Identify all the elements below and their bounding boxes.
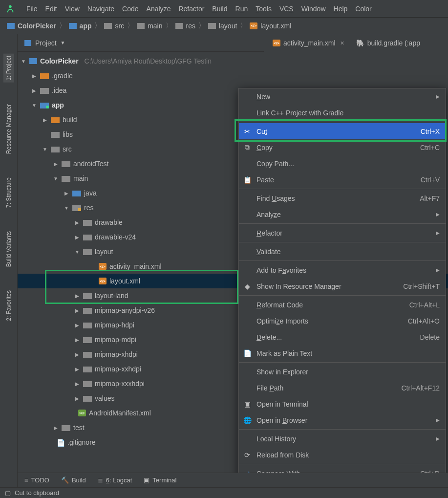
folder-icon — [104, 23, 112, 29]
svg-point-0 — [9, 5, 12, 8]
menu-edit[interactable]: Edit — [42, 3, 61, 15]
rail-favorites[interactable]: 2: Favorites — [3, 288, 14, 323]
svg-rect-2 — [40, 88, 49, 94]
menu-file[interactable]: File — [22, 3, 42, 15]
folder-icon — [83, 219, 92, 226]
folder-icon — [62, 160, 70, 167]
cm-find-usages[interactable]: Find UsagesAlt+F7 — [239, 190, 446, 206]
svg-rect-18 — [83, 323, 92, 328]
menu-tools[interactable]: Tools — [252, 3, 276, 15]
folder-icon — [51, 116, 60, 123]
tree-gradle[interactable]: .gradle — [18, 68, 448, 83]
svg-rect-10 — [72, 191, 81, 196]
bottom-terminal[interactable]: ▣Terminal — [144, 476, 176, 484]
svg-rect-12 — [78, 208, 81, 211]
bottom-todo[interactable]: ≡TODO — [24, 476, 49, 484]
cm-paste[interactable]: 📋PasteCtrl+V — [239, 172, 446, 188]
bottom-toolbar: ≡TODO 🔨Build ≣6: Logcat ▣Terminal — [18, 473, 448, 487]
crumb-file[interactable]: </>layout.xml — [250, 22, 291, 30]
folder-icon — [83, 322, 92, 328]
svg-rect-1 — [40, 73, 49, 79]
svg-rect-6 — [51, 132, 60, 138]
cm-delete[interactable]: Delete...Delete — [239, 329, 446, 345]
cm-link-cpp[interactable]: Link C++ Project with Gradle — [239, 105, 446, 121]
folder-icon — [137, 23, 145, 29]
cm-add-favorites[interactable]: Add to Favorites▶ — [239, 262, 446, 278]
menu-code[interactable]: Code — [118, 3, 142, 15]
chevron-right-icon: 〉 — [166, 22, 172, 30]
svg-rect-21 — [83, 367, 92, 372]
folder-icon — [62, 424, 70, 431]
cm-mark-plain[interactable]: 📄Mark as Plain Text — [239, 345, 446, 361]
cm-show-explorer[interactable]: Show in Explorer — [239, 364, 446, 380]
rail-structure[interactable]: 7: Structure — [3, 175, 14, 210]
project-panel-title[interactable]: Project ▼ — [24, 39, 65, 47]
cm-open-terminal[interactable]: ▣Open in Terminal — [239, 396, 446, 412]
menu-analyze[interactable]: Analyze — [143, 3, 175, 15]
cm-optimize[interactable]: Optimize ImportsCtrl+Alt+O — [239, 313, 446, 329]
cm-validate[interactable]: Validate — [239, 243, 446, 260]
menu-refactor[interactable]: Refactor — [174, 3, 208, 15]
cm-local-history[interactable]: Local History▶ — [239, 431, 446, 447]
tab-build-gradle[interactable]: 🐘build.gradle (:app — [352, 37, 424, 49]
chevron-right-icon: 〉 — [94, 22, 101, 30]
cm-analyze[interactable]: Analyze▶ — [239, 206, 446, 222]
text-icon: 📄 — [243, 349, 252, 357]
xml-icon: </> — [250, 22, 257, 29]
menu-window[interactable]: Window — [298, 3, 330, 15]
rail-build-variants[interactable]: Build Variants — [3, 229, 14, 269]
chevron-down-icon: ▼ — [61, 40, 65, 45]
crumb-layout[interactable]: layout — [208, 22, 237, 30]
crumb-src[interactable]: src — [104, 22, 124, 30]
menu-help[interactable]: Help — [330, 3, 352, 15]
globe-icon: 🌐 — [243, 416, 252, 424]
xml-icon: </> — [273, 40, 280, 46]
menu-vcs[interactable]: VCS — [276, 3, 298, 15]
cm-show-resource[interactable]: ◆Show In Resource ManagerCtrl+Shift+T — [239, 278, 446, 294]
cm-open-browser[interactable]: 🌐Open in Browser▶ — [239, 412, 446, 428]
crumb-app[interactable]: app — [69, 22, 92, 30]
chevron-right-icon: ▶ — [436, 267, 440, 273]
cm-refactor[interactable]: Refactor▶ — [239, 225, 446, 241]
paste-icon: 📋 — [243, 176, 252, 184]
tab-activity-main[interactable]: </>activity_main.xml× — [269, 37, 348, 49]
chevron-right-icon: ▶ — [436, 436, 440, 441]
cm-reload-disk[interactable]: ⟳Reload from Disk — [239, 447, 446, 463]
context-menu: New▶ Link C++ Project with Gradle ✂CutCt… — [238, 88, 446, 498]
menu-view[interactable]: View — [61, 3, 84, 15]
cm-new[interactable]: New▶ — [239, 88, 446, 105]
cm-reformat[interactable]: Reformat CodeCtrl+Alt+L — [239, 297, 446, 313]
svg-rect-8 — [62, 161, 70, 167]
menu-color[interactable]: Color — [351, 3, 375, 15]
menu-navigate[interactable]: Navigate — [84, 3, 118, 15]
todo-icon: ≡ — [24, 476, 28, 484]
cm-cut[interactable]: ✂CutCtrl+X — [239, 123, 446, 139]
svg-rect-24 — [62, 425, 70, 431]
manifest-icon: MF — [78, 410, 86, 416]
folder-icon — [83, 380, 92, 387]
folder-icon — [62, 175, 70, 182]
terminal-icon: ▣ — [144, 476, 149, 484]
tree-root[interactable]: ColorPickerC:\Users\Amiya Rout\Desktop\G… — [18, 54, 448, 68]
cm-file-path[interactable]: File PathCtrl+Alt+F12 — [239, 380, 446, 396]
chevron-right-icon: ▶ — [436, 230, 440, 236]
rail-resource-manager[interactable]: Resource Manager — [3, 102, 14, 156]
crumb-project[interactable]: ColorPicker — [7, 22, 56, 30]
bottom-build[interactable]: 🔨Build — [61, 476, 86, 484]
cm-copy[interactable]: ⧉CopyCtrl+C — [239, 139, 446, 155]
crumb-main[interactable]: main — [137, 22, 162, 30]
chevron-right-icon: ▶ — [436, 94, 440, 99]
status-icon[interactable]: ▢ — [5, 489, 11, 497]
menu-build[interactable]: Build — [208, 3, 231, 15]
bottom-logcat[interactable]: ≣6: Logcat — [98, 476, 132, 484]
status-text: Cut to clipboard — [15, 489, 59, 497]
menu-run[interactable]: Run — [232, 3, 252, 15]
close-icon[interactable]: × — [341, 39, 344, 47]
status-bar: ▢ Cut to clipboard — [0, 487, 448, 498]
folder-icon — [83, 351, 92, 358]
folder-icon — [7, 23, 15, 29]
crumb-res[interactable]: res — [175, 22, 195, 30]
cm-copy-path[interactable]: Copy Path... — [239, 155, 446, 172]
folder-icon — [72, 204, 81, 211]
rail-project[interactable]: 1: Project — [3, 54, 14, 83]
